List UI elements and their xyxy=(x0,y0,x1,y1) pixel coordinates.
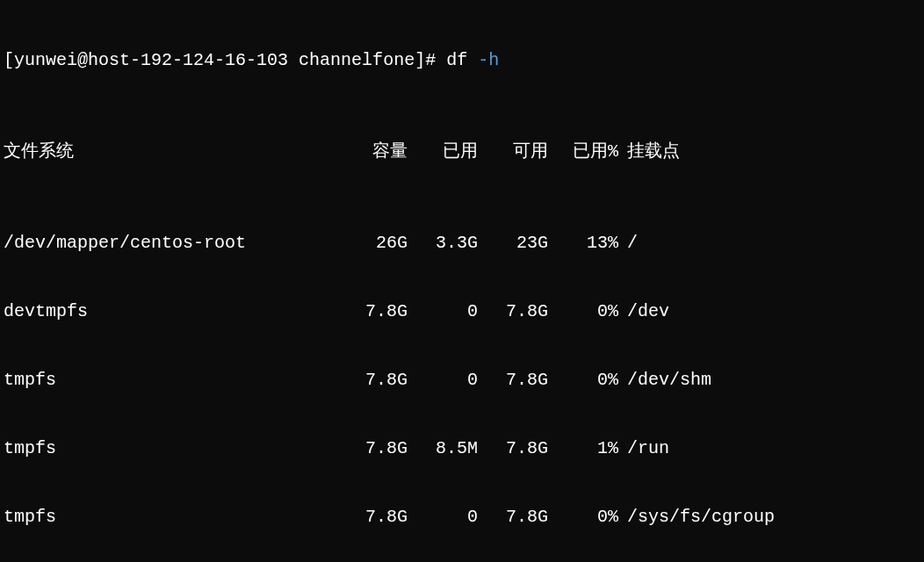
command-df: df xyxy=(446,50,467,70)
df-row: /dev/mapper/centos-root26G3.3G23G13%/ xyxy=(4,232,920,255)
df-row: tmpfs7.8G07.8G0%/sys/fs/cgroup xyxy=(4,506,920,529)
df-fs: tmpfs xyxy=(4,437,337,460)
df-used: 3.3G xyxy=(408,232,478,255)
df-size: 7.8G xyxy=(337,437,408,460)
df-row: tmpfs7.8G07.8G0%/dev/shm xyxy=(4,369,920,392)
df-row: tmpfs7.8G8.5M7.8G1%/run xyxy=(4,437,920,460)
df-fs: tmpfs xyxy=(4,506,337,529)
df-size: 26G xyxy=(337,232,408,255)
prompt-open: [ xyxy=(4,50,14,70)
df-used: 0 xyxy=(408,300,478,323)
df-fs: devtmpfs xyxy=(4,300,337,323)
df-mount: /dev/shm xyxy=(618,369,711,392)
df-header-used: 已用 xyxy=(408,140,478,163)
df-row: devtmpfs7.8G07.8G0%/dev xyxy=(4,300,920,323)
df-mount: /run xyxy=(618,437,669,460)
df-header-size: 容量 xyxy=(337,140,408,163)
df-avail: 7.8G xyxy=(478,300,548,323)
df-header-fs: 文件系统 xyxy=(4,140,337,163)
df-header: 文件系统容量已用可用已用%挂载点 xyxy=(4,140,920,163)
df-size: 7.8G xyxy=(337,369,408,392)
prompt-line-1: [yunwei@host-192-124-16-103 channelfone]… xyxy=(4,49,920,72)
df-used: 8.5M xyxy=(408,437,478,460)
prompt-close: ]# xyxy=(415,50,436,70)
df-avail: 23G xyxy=(478,232,548,255)
df-fs: /dev/mapper/centos-root xyxy=(4,232,337,255)
prompt-user: yunwei xyxy=(14,50,77,70)
df-usep: 1% xyxy=(548,437,618,460)
df-used: 0 xyxy=(408,506,478,529)
df-header-usep: 已用% xyxy=(548,140,618,163)
df-header-avail: 可用 xyxy=(478,140,548,163)
df-usep: 13% xyxy=(548,232,618,255)
df-used: 0 xyxy=(408,369,478,392)
prompt-dir: channelfone xyxy=(299,50,415,70)
df-usep: 0% xyxy=(548,369,618,392)
terminal-output[interactable]: [yunwei@host-192-124-16-103 channelfone]… xyxy=(0,0,924,562)
df-usep: 0% xyxy=(548,300,618,323)
df-avail: 7.8G xyxy=(478,506,548,529)
command-arg-h: -h xyxy=(478,50,499,70)
df-fs: tmpfs xyxy=(4,369,337,392)
df-size: 7.8G xyxy=(337,506,408,529)
df-mount: /dev xyxy=(618,300,669,323)
prompt-host: host-192-124-16-103 xyxy=(88,50,288,70)
df-mount: /sys/fs/cgroup xyxy=(618,506,775,529)
df-mount: / xyxy=(618,232,638,255)
df-avail: 7.8G xyxy=(478,437,548,460)
prompt-at: @ xyxy=(77,50,88,70)
df-header-mount: 挂载点 xyxy=(618,140,680,163)
df-size: 7.8G xyxy=(337,300,408,323)
df-usep: 0% xyxy=(548,506,618,529)
df-avail: 7.8G xyxy=(478,369,548,392)
